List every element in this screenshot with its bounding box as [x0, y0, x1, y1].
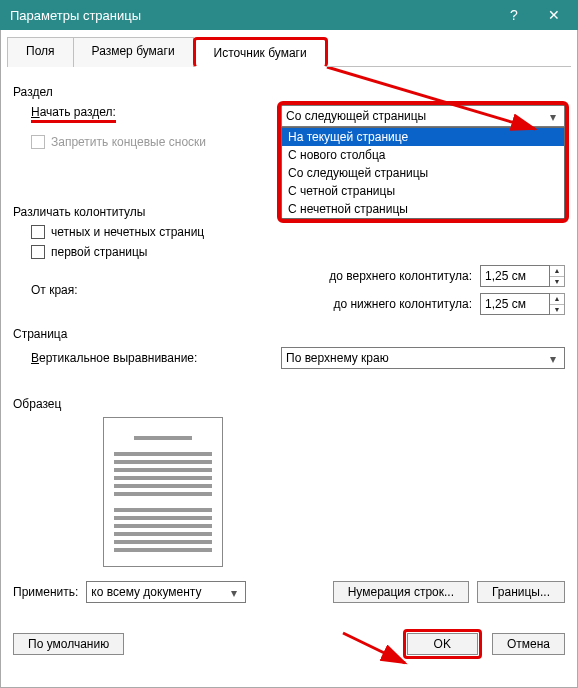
apply-label: Применить: [13, 585, 78, 599]
row-first-page: первой страницы [31, 245, 565, 259]
default-button[interactable]: По умолчанию [13, 633, 124, 655]
header-distance-spinner[interactable]: ▲▼ [550, 265, 565, 287]
chevron-down-icon: ▾ [544, 108, 562, 126]
suppress-endnotes-checkbox [31, 135, 45, 149]
to-header-label: до верхнего колонтитула: [281, 269, 480, 283]
first-page-checkbox[interactable] [31, 245, 45, 259]
dialog-body: Поля Размер бумаги Источник бумаги Разде… [0, 30, 578, 688]
line-numbers-button[interactable]: Нумерация строк... [333, 581, 469, 603]
tab-strip: Поля Размер бумаги Источник бумаги [7, 36, 571, 67]
first-page-label: первой страницы [51, 245, 147, 259]
row-valign: Вертикальное выравнивание: По верхнему к… [31, 347, 565, 369]
option-odd-page[interactable]: С нечетной страницы [282, 200, 564, 218]
group-page: Страница [13, 327, 565, 341]
chevron-down-icon: ▾ [225, 584, 243, 602]
annotation-ok-highlight: OK [403, 629, 482, 659]
tab-fields[interactable]: Поля [7, 37, 74, 67]
footer-distance-spinner[interactable]: ▲▼ [550, 293, 565, 315]
tab-pane: Раздел Начать раздел: Со следующей стран… [7, 67, 571, 665]
odd-even-label: четных и нечетных страниц [51, 225, 204, 239]
header-distance-input[interactable]: 1,25 см [480, 265, 550, 287]
row-from-edge: От края: до верхнего колонтитула: 1,25 с… [31, 265, 565, 315]
option-current-page[interactable]: На текущей странице [282, 128, 564, 146]
start-section-value: Со следующей страницы [286, 109, 426, 123]
start-section-label: Начать раздел: [31, 105, 281, 119]
option-next-page[interactable]: Со следующей страницы [282, 164, 564, 182]
chevron-down-icon: ▾ [544, 350, 562, 368]
valign-value: По верхнему краю [286, 351, 389, 365]
title-bar: Параметры страницы ? ✕ [0, 0, 578, 30]
valign-label: Вертикальное выравнивание: [31, 351, 281, 365]
option-even-page[interactable]: С четной страницы [282, 182, 564, 200]
start-section-select[interactable]: Со следующей страницы ▾ [281, 105, 565, 127]
ok-button[interactable]: OK [407, 633, 478, 655]
footer-buttons: По умолчанию OK Отмена [13, 629, 565, 659]
start-section-dropdown: На текущей странице С нового столбца Со … [281, 127, 565, 219]
row-start-section: Начать раздел: Со следующей страницы ▾ Н… [31, 105, 565, 127]
group-preview: Образец [13, 397, 565, 411]
to-footer-label: до нижнего колонтитула: [281, 297, 480, 311]
borders-button[interactable]: Границы... [477, 581, 565, 603]
valign-select[interactable]: По верхнему краю ▾ [281, 347, 565, 369]
tab-paper-size[interactable]: Размер бумаги [73, 37, 194, 67]
row-apply: Применить: ко всему документу ▾ Нумераци… [13, 581, 565, 603]
page-preview [103, 417, 223, 567]
footer-distance-input[interactable]: 1,25 см [480, 293, 550, 315]
from-edge-label: От края: [31, 283, 281, 297]
option-new-column[interactable]: С нового столбца [282, 146, 564, 164]
odd-even-checkbox[interactable] [31, 225, 45, 239]
help-button[interactable]: ? [494, 0, 534, 30]
window-title: Параметры страницы [10, 8, 494, 23]
footer-distance-value: 1,25 см [485, 297, 526, 311]
tab-paper-source[interactable]: Источник бумаги [193, 37, 328, 67]
apply-to-value: ко всему документу [91, 585, 201, 599]
header-distance-value: 1,25 см [485, 269, 526, 283]
suppress-endnotes-label: Запретить концевые сноски [51, 135, 206, 149]
close-button[interactable]: ✕ [534, 0, 574, 30]
apply-to-select[interactable]: ко всему документу ▾ [86, 581, 246, 603]
row-odd-even: четных и нечетных страниц [31, 225, 565, 239]
group-section: Раздел [13, 85, 565, 99]
cancel-button[interactable]: Отмена [492, 633, 565, 655]
